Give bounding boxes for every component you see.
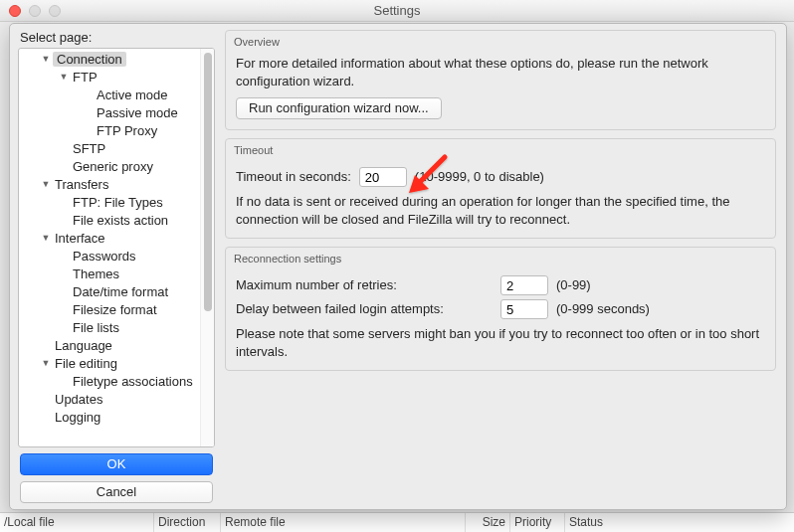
- tree-item-label: Interface: [53, 231, 107, 246]
- tree-item[interactable]: SFTP: [19, 139, 200, 157]
- tree-item[interactable]: Date/time format: [19, 282, 200, 300]
- retries-label: Maximum number of retries:: [236, 276, 493, 294]
- reconnect-title: Reconnection settings: [226, 248, 775, 265]
- tree-item-label: Updates: [53, 392, 104, 407]
- tree-item-label: Logging: [53, 410, 102, 425]
- tree-item-label: Generic proxy: [71, 159, 155, 174]
- run-wizard-button[interactable]: Run configuration wizard now...: [236, 97, 442, 119]
- retries-hint: (0-99): [556, 276, 591, 294]
- disclosure-triangle-icon[interactable]: ▼: [57, 72, 71, 82]
- tree-item[interactable]: Filesize format: [19, 300, 200, 318]
- tree-item-label: File editing: [53, 356, 119, 371]
- settings-dialog: Select page: ▼Connection▼FTPActive modeP…: [9, 23, 787, 510]
- tree-item[interactable]: Updates: [19, 390, 200, 408]
- tree-item-label: SFTP: [71, 141, 107, 156]
- tree-item-label: Passive mode: [95, 105, 180, 120]
- tree-item[interactable]: Passwords: [19, 247, 200, 265]
- select-page-label: Select page:: [20, 30, 215, 45]
- overview-text: For more detailed information about what…: [236, 55, 765, 89]
- tree-item[interactable]: Active mode: [19, 86, 200, 103]
- col-status: Status: [565, 513, 794, 532]
- timeout-note: If no data is sent or received during an…: [236, 193, 765, 228]
- reconnect-note: Please note that some servers might ban …: [236, 325, 765, 360]
- cancel-button[interactable]: Cancel: [20, 481, 213, 503]
- tree-item-label: FTP: [71, 70, 99, 85]
- col-local-file: /Local file: [0, 513, 154, 532]
- tree-item[interactable]: ▼File editing: [19, 354, 200, 372]
- timeout-label: Timeout in seconds:: [236, 168, 351, 186]
- scrollbar-thumb[interactable]: [204, 53, 212, 311]
- overview-group: Overview For more detailed information a…: [225, 30, 776, 130]
- timeout-input[interactable]: [359, 167, 407, 187]
- tree-scrollbar[interactable]: [200, 49, 214, 446]
- tree-item-label: Passwords: [71, 249, 138, 264]
- page-tree[interactable]: ▼Connection▼FTPActive modePassive modeFT…: [18, 48, 215, 447]
- tree-item[interactable]: Generic proxy: [19, 157, 200, 175]
- disclosure-triangle-icon[interactable]: ▼: [39, 358, 53, 368]
- tree-item[interactable]: ▼FTP: [19, 68, 200, 86]
- disclosure-triangle-icon[interactable]: ▼: [39, 233, 53, 243]
- delay-input[interactable]: [500, 299, 548, 319]
- tree-item[interactable]: FTP Proxy: [19, 121, 200, 139]
- col-remote-file: Remote file: [221, 513, 466, 532]
- tree-item-label: Filetype associations: [71, 374, 195, 389]
- tree-item-label: FTP: File Types: [71, 195, 165, 210]
- reconnect-group: Reconnection settings Maximum number of …: [225, 247, 776, 371]
- tree-item-label: Connection: [53, 52, 126, 67]
- tree-item[interactable]: File exists action: [19, 211, 200, 229]
- tree-item[interactable]: FTP: File Types: [19, 193, 200, 211]
- tree-item-label: Active mode: [95, 88, 170, 102]
- tree-item-label: Filesize format: [71, 302, 159, 317]
- tree-item[interactable]: ▼Interface: [19, 229, 200, 247]
- delay-hint: (0-999 seconds): [556, 300, 650, 318]
- tree-item-label: File lists: [71, 320, 121, 335]
- tree-item[interactable]: Passive mode: [19, 103, 200, 121]
- ok-button[interactable]: OK: [20, 453, 213, 475]
- tree-item-label: FTP Proxy: [95, 123, 159, 138]
- retries-input[interactable]: [500, 275, 548, 295]
- tree-item[interactable]: Filetype associations: [19, 372, 200, 390]
- tree-item[interactable]: Logging: [19, 408, 200, 426]
- timeout-hint: (10-9999, 0 to disable): [415, 168, 544, 186]
- tree-item-label: Date/time format: [71, 284, 170, 299]
- tree-item[interactable]: File lists: [19, 318, 200, 336]
- tree-item-label: Transfers: [53, 177, 110, 192]
- col-direction: Direction: [154, 513, 221, 532]
- tree-item-label: Themes: [71, 266, 121, 281]
- timeout-title: Timeout: [226, 139, 775, 156]
- window-title: Settings: [0, 3, 794, 18]
- tree-item-label: Language: [53, 338, 114, 353]
- col-priority: Priority: [510, 513, 565, 532]
- disclosure-triangle-icon[interactable]: ▼: [39, 54, 53, 64]
- timeout-group: Timeout Timeout in seconds: (10-9999, 0 …: [225, 138, 776, 239]
- titlebar: Settings: [0, 0, 794, 22]
- tree-item[interactable]: ▼Transfers: [19, 175, 200, 193]
- col-size: Size: [466, 513, 510, 532]
- tree-item-label: File exists action: [71, 213, 170, 228]
- overview-title: Overview: [226, 31, 775, 48]
- tree-item[interactable]: ▼Connection: [19, 50, 200, 68]
- tree-item[interactable]: Language: [19, 336, 200, 354]
- tree-item[interactable]: Themes: [19, 265, 200, 282]
- delay-label: Delay between failed login attempts:: [236, 300, 493, 318]
- disclosure-triangle-icon[interactable]: ▼: [39, 179, 53, 189]
